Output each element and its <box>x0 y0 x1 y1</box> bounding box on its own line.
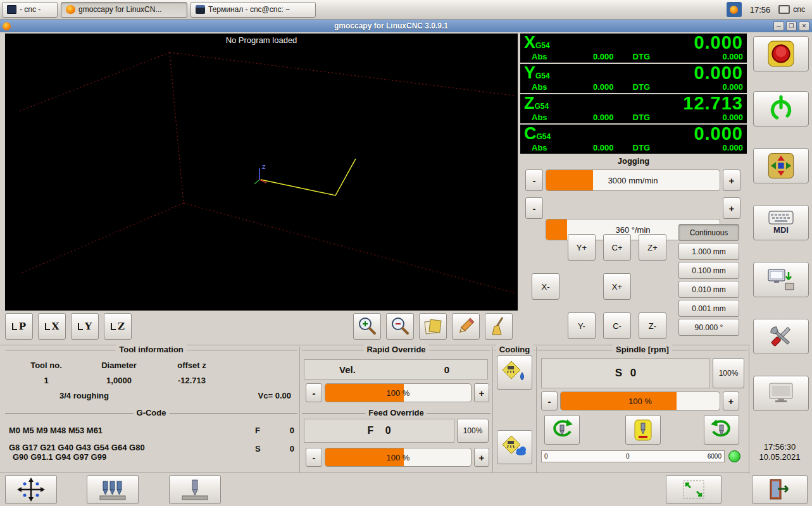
axis-corner-icon <box>12 323 17 330</box>
taskbar-window-cnc[interactable]: - cnc - <box>2 2 58 18</box>
jog-pad-icon <box>766 151 796 180</box>
jog-linear-velocity-slider[interactable]: 3000 mm/min <box>546 170 720 191</box>
spindle-override-slider[interactable]: 100 % <box>560 392 720 410</box>
dro-row-c[interactable]: C G54 0.000 Abs 0.000 DTG 0.000 <box>520 125 747 154</box>
spindle-minus-button[interactable]: - <box>541 392 558 410</box>
taskbar-user[interactable]: cnc <box>778 5 810 14</box>
spindle-plus-button[interactable]: + <box>723 392 739 410</box>
manual-jog-mode-button[interactable] <box>753 148 809 183</box>
settings-button[interactable] <box>753 319 809 354</box>
increment-001mm-button[interactable]: 0.010 mm <box>678 281 739 298</box>
jog-c-minus-button[interactable]: C- <box>603 312 631 339</box>
touch-off-button[interactable] <box>87 475 139 504</box>
tool-measure-button[interactable] <box>169 475 221 504</box>
mdi-mode-button[interactable]: MDI <box>753 205 809 240</box>
rapid-override-slider[interactable]: 100 % <box>325 383 472 402</box>
dro-row-y[interactable]: Y G54 0.000 Abs 0.000 DTG 0.000 <box>520 64 747 93</box>
jog-x-plus-button[interactable]: X+ <box>603 273 631 300</box>
jog-angular-plus-button[interactable]: + <box>723 197 740 219</box>
flood-button[interactable] <box>497 430 532 464</box>
abs-label: Abs <box>532 113 547 122</box>
exit-button[interactable] <box>752 475 808 504</box>
feed-plus-button[interactable]: + <box>474 448 489 467</box>
spindle-rpm-scale: 0 0 6000 <box>541 450 725 462</box>
user-tab-button[interactable] <box>753 376 809 411</box>
dro-row-x[interactable]: X G54 0.000 Abs 0.000 DTG 0.000 <box>520 34 747 63</box>
taskbar-clock[interactable]: 17:56 <box>745 5 776 15</box>
view-y-button[interactable]: Y <box>71 313 99 340</box>
ref-axes-button[interactable] <box>5 475 57 504</box>
separator <box>492 347 493 472</box>
jog-angular-velocity-slider[interactable]: 360 °/min <box>546 219 720 240</box>
terminal-icon <box>196 5 205 14</box>
axis-z-label: Z <box>262 164 266 170</box>
spindle-cw-icon <box>709 419 734 441</box>
mdi-label: MDI <box>773 225 789 235</box>
view-letter: Y <box>85 321 92 332</box>
active-g-codes-line1: G8 G17 G21 G40 G43 G54 G64 G80 <box>9 443 145 452</box>
tool-info-frame: Tool information Tool no. Diameter offse… <box>5 350 297 410</box>
dro-sub-line: Abs 0.000 DTG 0.000 <box>524 52 743 61</box>
dtg-label: DTG <box>633 82 650 92</box>
dro-row-z[interactable]: Z G54 12.713 Abs 0.000 DTG 0.000 <box>520 94 747 123</box>
fullscreen-button[interactable] <box>666 475 721 504</box>
jog-linear-plus-button[interactable]: + <box>723 170 740 191</box>
increment-90deg-button[interactable]: 90.000 ° <box>678 319 739 336</box>
mist-button[interactable] <box>497 355 532 390</box>
monitor-icon <box>766 382 796 405</box>
jog-angular-velocity-value: 360 °/min <box>546 219 720 240</box>
estop-button[interactable] <box>753 36 809 71</box>
taskbar-window-gmoccapy[interactable]: gmoccapy for LinuxCN... <box>61 2 187 18</box>
increment-0001mm-button[interactable]: 0.001 mm <box>678 300 739 317</box>
increment-01mm-button[interactable]: 0.100 mm <box>678 262 739 279</box>
jog-y-minus-button[interactable]: Y- <box>568 312 596 339</box>
titlebar[interactable]: gmoccapy for LinuxCNC 3.0.9.1 ─ ❐ ✕ <box>0 20 812 32</box>
spindle-stop-button[interactable] <box>625 415 661 445</box>
gmoccapy-logo-icon <box>3 22 11 30</box>
coord-system: G54 <box>535 41 550 50</box>
spindle-ccw-button[interactable] <box>544 415 580 445</box>
zoom-out-button[interactable] <box>386 313 414 340</box>
dtg-value: 0.000 <box>650 82 743 92</box>
clear-preview-button[interactable] <box>485 313 513 340</box>
rapid-plus-button[interactable]: + <box>474 383 489 402</box>
jog-linear-minus-button[interactable]: - <box>525 170 543 191</box>
toolpath-line <box>261 159 356 195</box>
feed-override-slider[interactable]: 100 % <box>325 448 472 467</box>
zoom-out-icon <box>389 316 411 337</box>
broom-icon <box>488 316 509 337</box>
restore-button[interactable]: ❐ <box>786 22 797 31</box>
feed-minus-button[interactable]: - <box>306 448 322 467</box>
rapid-minus-button[interactable]: - <box>306 383 322 402</box>
feed-reset-button[interactable]: 100% <box>457 419 489 443</box>
increment-1mm-button[interactable]: 1.000 mm <box>678 243 739 260</box>
edit-gcode-button[interactable] <box>452 313 480 340</box>
taskbar-window-terminal[interactable]: Терминал - cnc@cnc: ~ <box>191 2 316 18</box>
close-button[interactable]: ✕ <box>799 22 809 31</box>
exit-icon <box>766 478 793 502</box>
tool-no-value: 1 <box>18 376 75 385</box>
machine-limits-lines <box>19 52 514 293</box>
scale-max: 6000 <box>708 453 721 460</box>
gmoccapy-icon <box>66 5 75 14</box>
view-z-button[interactable]: Z <box>104 313 132 340</box>
offset-z-value: -12.713 <box>160 376 223 385</box>
jog-angular-minus-button[interactable]: - <box>525 197 543 219</box>
jog-x-minus-button[interactable]: X- <box>532 273 559 300</box>
system-tray[interactable] <box>727 2 742 17</box>
spindle-reset-button[interactable]: 100% <box>713 358 744 388</box>
machine-on-button[interactable] <box>753 91 809 126</box>
display-icon <box>778 5 790 14</box>
emergency-stop-icon <box>766 39 796 68</box>
jog-z-minus-button[interactable]: Z- <box>639 312 666 339</box>
view-x-button[interactable]: X <box>38 313 66 340</box>
toggle-dimensions-button[interactable] <box>419 313 447 340</box>
spindle-cw-button[interactable] <box>704 415 739 445</box>
gremlin-preview[interactable]: Z No Program loaded <box>5 34 518 311</box>
taskbar-window-label: gmoccapy for LinuxCN... <box>78 5 161 14</box>
minimize-button[interactable]: ─ <box>773 22 784 31</box>
view-p-button[interactable]: P <box>5 313 33 340</box>
zoom-in-button[interactable] <box>353 313 381 340</box>
scale-current: 0 <box>626 453 630 460</box>
auto-mode-button[interactable] <box>753 262 809 297</box>
